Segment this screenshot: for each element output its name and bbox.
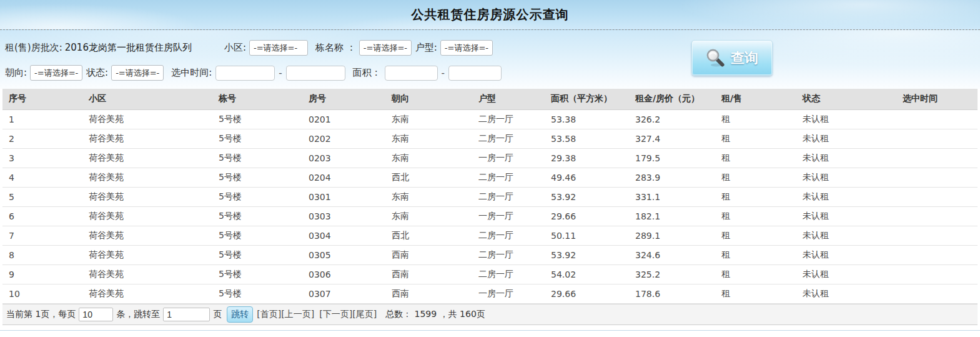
filter-row-1: 租(售)房批次: 2016龙岗第一批租赁住房队列 小区: -=请选择=- 栋名称… <box>0 30 980 56</box>
table-row: 1荷谷美苑5号楼0201东南二房一厅53.38326.2租未认租 <box>2 109 978 129</box>
page-header: 公共租赁住房房源公示查询 <box>0 0 980 30</box>
cell-room: 0303 <box>302 206 385 226</box>
table-row: 10荷谷美苑5号楼0307西南一房一厅29.66178.6租未认租 <box>2 284 978 303</box>
cell-community: 荷谷美苑 <box>82 109 212 129</box>
table-row: 2荷谷美苑5号楼0202东南二房一厅53.58327.4租未认租 <box>2 129 978 148</box>
cell-index: 8 <box>2 245 82 264</box>
cell-orientation: 西南 <box>385 284 472 303</box>
selected-time-from-input[interactable] <box>215 66 275 81</box>
cell-community: 荷谷美苑 <box>82 148 212 168</box>
cell-index: 2 <box>2 129 82 148</box>
cell-room: 0204 <box>302 168 385 187</box>
cell-area: 53.38 <box>545 109 629 129</box>
footer-gap <box>0 325 980 330</box>
area-from-input[interactable] <box>385 66 438 81</box>
cell-selected_time <box>896 245 978 264</box>
cell-layout: 二房一厅 <box>472 264 545 284</box>
cell-community: 荷谷美苑 <box>82 168 212 187</box>
cell-rent_or_sale: 租 <box>715 284 796 303</box>
cell-rent_or_sale: 租 <box>715 226 796 245</box>
results-table: 序号小区栋号房号朝向户型面积（平方米）租金/房价（元）租/售状态选中时间 1荷谷… <box>2 89 978 304</box>
cell-status: 未认租 <box>796 109 896 129</box>
cell-community: 荷谷美苑 <box>82 129 212 148</box>
cell-orientation: 西南 <box>385 245 472 264</box>
cell-community: 荷谷美苑 <box>82 264 212 284</box>
page-title: 公共租赁住房房源公示查询 <box>412 6 569 23</box>
cell-index: 9 <box>2 264 82 284</box>
cell-rent: 179.5 <box>629 148 715 168</box>
area-range-separator: - <box>442 68 445 79</box>
cell-index: 1 <box>2 109 82 129</box>
layout-select-value: -=请选择=- <box>445 43 488 54</box>
cell-status: 未认租 <box>796 206 896 226</box>
area-to-input[interactable] <box>448 66 502 81</box>
status-label: 状态: <box>86 67 108 79</box>
cell-community: 荷谷美苑 <box>82 284 212 303</box>
next-page-link[interactable]: [下一页] <box>319 309 352 320</box>
selected-time-range-separator: - <box>279 68 282 79</box>
cell-selected_time <box>896 148 978 168</box>
cell-rent: 283.9 <box>629 168 715 187</box>
filter-section: 租(售)房批次: 2016龙岗第一批租赁住房队列 小区: -=请选择=- 栋名称… <box>0 30 980 89</box>
cell-rent_or_sale: 租 <box>715 187 796 206</box>
cell-building: 5号楼 <box>212 245 302 264</box>
cell-rent_or_sale: 租 <box>715 148 796 168</box>
footer-divider <box>0 330 980 331</box>
magnifier-icon <box>706 48 725 68</box>
pagination-current-text: 当前第 1页，每页 <box>6 309 76 320</box>
per-page-input[interactable] <box>79 308 113 321</box>
building-select[interactable]: -=请选择=- <box>359 40 412 56</box>
query-button-label: 查询 <box>731 49 758 68</box>
cell-building: 5号楼 <box>212 168 302 187</box>
cell-layout: 二房一厅 <box>472 129 545 148</box>
first-page-link[interactable]: [首页] <box>257 309 281 320</box>
cell-layout: 二房一厅 <box>472 245 545 264</box>
column-header-orientation: 朝向 <box>385 89 472 109</box>
column-header-building: 栋号 <box>212 89 302 109</box>
cell-index: 4 <box>2 168 82 187</box>
cell-rent: 182.1 <box>629 206 715 226</box>
last-page-link[interactable]: [尾页] <box>352 309 377 320</box>
cell-layout: 二房一厅 <box>472 226 545 245</box>
cell-room: 0301 <box>302 187 385 206</box>
cell-rent_or_sale: 租 <box>715 129 796 148</box>
selected-time-label: 选中时间: <box>171 67 212 79</box>
cell-rent: 289.1 <box>629 226 715 245</box>
orientation-select[interactable]: -=请选择=- <box>30 65 82 81</box>
cell-status: 未认租 <box>796 168 896 187</box>
column-header-layout: 户型 <box>472 89 545 109</box>
jump-button[interactable]: 跳转 <box>227 306 253 323</box>
cell-index: 6 <box>2 206 82 226</box>
cell-area: 53.92 <box>545 245 629 264</box>
table-row: 7荷谷美苑5号楼0304西北二房一厅50.11289.1租未认租 <box>2 226 978 245</box>
filter-row-2: 朝向: -=请选择=- 状态: -=请选择=- 选中时间: - 面积： - <box>0 65 980 81</box>
status-select[interactable]: -=请选择=- <box>111 65 164 81</box>
cell-rent: 327.4 <box>629 129 715 148</box>
cell-status: 未认租 <box>796 226 896 245</box>
cell-area: 29.66 <box>545 206 629 226</box>
cell-building: 5号楼 <box>212 148 302 168</box>
layout-select[interactable]: -=请选择=- <box>440 40 493 56</box>
cell-area: 29.66 <box>545 284 629 303</box>
selected-time-to-input[interactable] <box>286 66 345 81</box>
column-header-rent: 租金/房价（元） <box>629 89 715 109</box>
cell-building: 5号楼 <box>212 206 302 226</box>
cell-status: 未认租 <box>796 284 896 303</box>
column-header-selected_time: 选中时间 <box>896 89 978 109</box>
cell-orientation: 东南 <box>385 109 472 129</box>
cell-status: 未认租 <box>796 148 896 168</box>
prev-page-link[interactable]: [上一页] <box>281 309 314 320</box>
cell-index: 10 <box>2 284 82 303</box>
cell-rent: 331.1 <box>629 187 715 206</box>
pagination-items-text: 条，跳转至 <box>116 309 160 320</box>
community-select[interactable]: -=请选择=- <box>249 40 308 56</box>
table-row: 8荷谷美苑5号楼0305西南二房一厅53.92324.6租未认租 <box>2 245 978 264</box>
jump-page-input[interactable] <box>163 308 210 321</box>
column-header-rent_or_sale: 租/售 <box>715 89 796 109</box>
orientation-label: 朝向: <box>5 67 27 79</box>
cell-rent_or_sale: 租 <box>715 168 796 187</box>
cell-orientation: 东南 <box>385 187 472 206</box>
query-button[interactable]: 查询 <box>691 40 773 76</box>
cell-community: 荷谷美苑 <box>82 187 212 206</box>
layout-label: 户型: <box>415 42 437 54</box>
